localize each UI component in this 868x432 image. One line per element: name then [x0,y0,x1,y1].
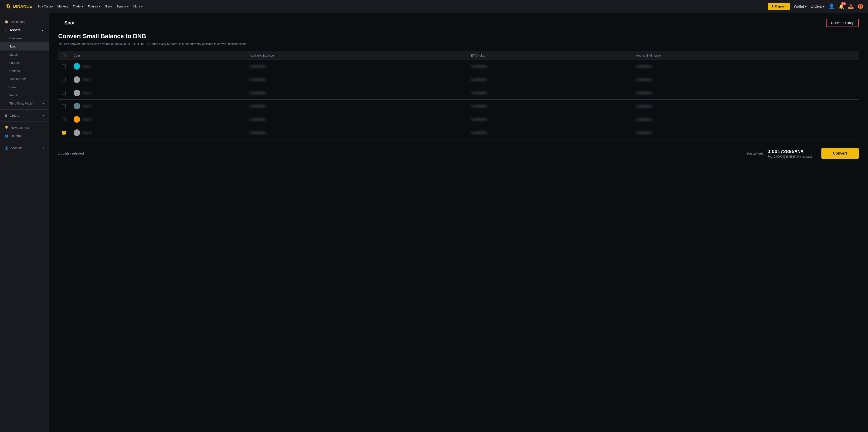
row-balance-1: 0.00000001 [246,73,467,86]
row-balance-4: 0.00000001 [246,113,467,126]
table-row: Coin 20.000000010.000000010.00000001 [58,73,859,86]
back-button[interactable]: ← [58,21,62,25]
row-balance-2: 0.00000001 [246,86,467,100]
sidebar: 🏠 Dashboard ⊞ Assets ▲ Overview Spot Mar… [0,13,49,432]
sidebar-sub-spot[interactable]: Spot [0,42,49,51]
row-checkbox-cell-0 [58,60,70,73]
row-bnb-2: 0.00000001 [632,86,859,100]
download-icon: 📥 [848,4,854,9]
row-checkbox-4[interactable] [62,118,66,121]
col-available-balance: Available Balance [246,51,467,60]
grid-icon: ⊞ [5,28,7,32]
deposit-icon: ⬇ [771,5,774,8]
table-row: Coin 10.000000010.000000010.00000001 [58,60,859,73]
sidebar-divider-1 [0,109,49,110]
coin-avatar [73,76,80,83]
bnb-amount: 0.00172895BNB [767,148,812,155]
sidebar-sub-overview[interactable]: Overview [0,34,49,42]
sidebar-sub-third-party[interactable]: Third-Party Wallet ▾ [0,99,49,107]
coin-avatar [73,90,80,96]
sidebar-item-account[interactable]: 👤 Account ▾ [0,144,49,152]
row-btc-4: 0.00000001 [467,113,632,126]
svg-marker-2 [9,5,10,7]
coin-name: Coin 1 [83,65,91,68]
row-btc-1: 0.00000001 [467,73,632,86]
coin-table: Coin Available Balance BTC value Approx … [58,51,859,139]
nav-buy-crypto[interactable]: Buy Crypto [38,5,53,8]
sidebar-divider-2 [0,122,49,122]
main-content: ← Spot Convert History Convert Small Bal… [49,13,868,432]
sidebar-item-referral[interactable]: 👥 Referral [0,132,49,140]
svg-marker-6 [9,7,10,8]
row-checkbox-cell-5 [58,126,70,139]
sidebar-divider-3 [0,142,49,142]
user-icon: 👤 [5,146,8,149]
row-bnb-0: 0.00000001 [632,60,859,73]
nav-futures[interactable]: Futures ▾ [88,5,101,8]
sidebar-item-assets[interactable]: ⊞ Assets ▲ [0,26,49,34]
chevron-down-icon: ▾ [43,102,44,105]
nav-markets[interactable]: Markets [57,5,68,8]
page-title: Spot [64,20,74,26]
sidebar-item-orders[interactable]: ☰ Orders ▾ [0,111,49,120]
sidebar-sub-trading-bots[interactable]: Trading Bots [0,75,49,83]
nav-links: Buy Crypto Markets Trade ▾ Futures ▾ Ear… [38,5,762,8]
sidebar-item-dashboard[interactable]: 🏠 Dashboard [0,18,49,26]
fee-text: Fee: 0.00003528 BNB (2% fee rate) [767,155,812,158]
home-icon: 🏠 [5,20,8,24]
sidebar-sub-margin[interactable]: Margin [0,51,49,59]
chevron-down-icon-orders: ▾ [43,114,44,117]
nav-earn[interactable]: Earn [105,5,112,8]
row-balance-3: 0.00000001 [246,100,467,113]
coin-avatar [73,116,80,123]
row-checkbox-cell-1 [58,73,70,86]
sidebar-sub-futures[interactable]: Futures [0,59,49,67]
coin-name: Coin 6 [83,131,91,135]
convert-button[interactable]: Convert [822,148,859,159]
row-checkbox-3[interactable] [62,104,66,108]
chevron-down-icon-account: ▾ [43,147,44,149]
download-button[interactable]: 📥 [848,4,854,9]
gift-button[interactable]: 🎁 [858,4,863,9]
col-bnb-value: Approx BNB value [632,51,859,60]
row-btc-5: 0.00000001 [467,126,632,139]
row-checkbox-0[interactable] [62,64,66,68]
col-coin: Coin [70,51,246,60]
bottom-bar: 1 coin(s) selected You will get: 0.00172… [58,144,859,163]
select-all-checkbox[interactable] [62,54,66,57]
coin-name: Coin 5 [83,118,91,121]
row-bnb-3: 0.00000001 [632,100,859,113]
row-checkbox-2[interactable] [62,91,66,95]
row-coin-1: Coin 2 [70,73,246,86]
users-icon: 👥 [5,134,8,138]
logo[interactable]: BINANCE [5,3,32,10]
coin-name: Coin 3 [83,91,91,95]
table-row: Coin 50.000000010.000000010.00000001 [58,113,859,126]
notification-badge: 99+ [841,2,846,5]
nav-more[interactable]: More ▾ [133,5,143,8]
row-bnb-4: 0.00000001 [632,113,859,126]
wallet-button[interactable]: Wallet ▾ [794,4,807,9]
profile-button[interactable]: 👤 [829,3,835,9]
selected-count: 1 coin(s) selected [58,152,84,155]
orders-button[interactable]: Orders ▾ [810,4,825,9]
coin-avatar [73,103,80,109]
deposit-button[interactable]: ⬇ Deposit [768,3,790,10]
notification-button[interactable]: 🔔 99+ [838,4,844,9]
sidebar-sub-earn[interactable]: Earn [0,83,49,91]
row-checkbox-5[interactable] [62,131,66,135]
sidebar-sub-funding[interactable]: Funding [0,91,49,99]
row-checkbox-cell-2 [58,86,70,100]
row-checkbox-1[interactable] [62,78,66,81]
sidebar-sub-options[interactable]: Options [0,67,49,75]
nav-trade[interactable]: Trade ▾ [73,5,83,8]
convert-title: Convert Small Balance to BNB [58,33,859,40]
row-balance-0: 0.00000001 [246,60,467,73]
col-btc-value: BTC value [467,51,632,60]
breadcrumb: ← Spot Convert History [58,19,859,27]
table-row: Coin 40.000000010.000000010.00000001 [58,100,859,113]
sidebar-item-rewards-hub[interactable]: 🏆 Rewards Hub [0,124,49,132]
convert-desc: You can convert balances with a valuatio… [58,42,859,45]
convert-history-button[interactable]: Convert History [826,19,859,27]
nav-square[interactable]: Square ▾ [117,5,129,8]
